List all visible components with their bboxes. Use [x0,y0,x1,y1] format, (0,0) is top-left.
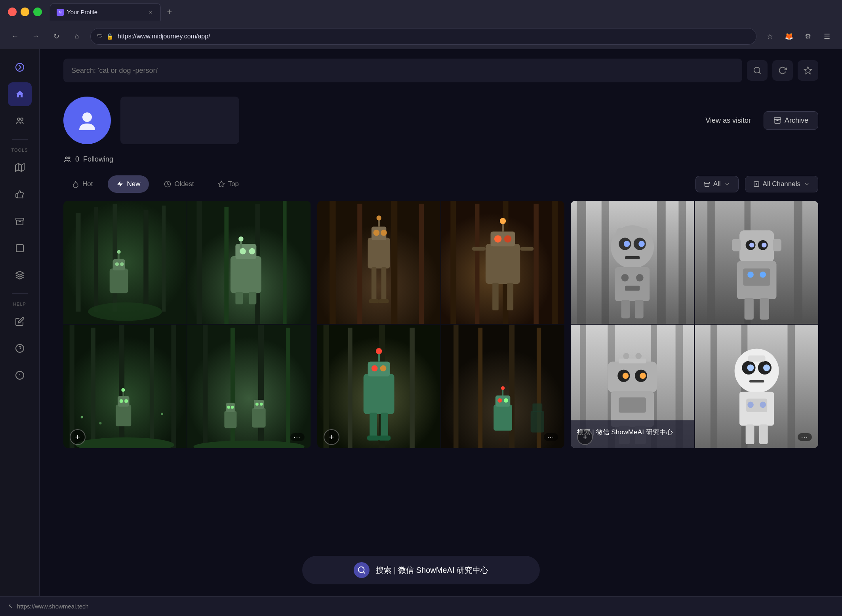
following-icon [63,156,71,164]
view-as-visitor-button[interactable]: View as visitor [699,113,757,128]
all-filter-dropdown[interactable]: All [695,176,739,192]
sidebar-item-likes[interactable] [8,183,32,206]
svg-point-40 [115,262,119,266]
image-quad-3-2 [695,201,818,324]
sidebar-item-expand[interactable] [8,55,32,79]
search-actions [747,60,818,81]
browser-window: M Your Profile × + ← → ↻ ⌂ 🛡 🔒 [0,0,842,49]
svg-rect-38 [110,268,128,293]
svg-rect-169 [794,201,802,324]
maximize-window-button[interactable] [33,8,42,16]
refresh-button[interactable]: ↻ [49,29,63,44]
search-input[interactable] [71,67,734,75]
magic-search-button[interactable] [798,60,818,81]
all-channels-label: All Channels [763,180,800,188]
sidebar-item-question[interactable] [8,337,32,360]
image-quad-2 [187,201,311,324]
watermark-icon [354,562,370,578]
card-1-add-button[interactable]: + [70,429,86,445]
address-bar-security-icons: 🛡 🔒 [97,33,114,40]
svg-rect-107 [533,204,538,324]
archive-button[interactable]: Archive [764,111,818,130]
filter-new-button[interactable]: New [108,175,149,193]
svg-rect-115 [472,247,486,251]
active-tab[interactable]: M Your Profile × [50,3,161,21]
back-button[interactable]: ← [8,29,22,44]
card-2-more-button[interactable]: ··· [544,433,558,441]
star-icon: ☆ [767,32,773,41]
svg-point-192 [640,373,646,379]
image-card-3[interactable]: 搜索 | 微信 ShowMeAI 研究中心 [571,201,818,448]
sidebar-item-brush[interactable] [8,263,32,287]
svg-rect-64 [116,405,131,426]
svg-rect-36 [143,210,148,312]
channels-dropdown-chevron-icon [804,181,810,187]
card-2-bottom-bar: + ··· [317,426,565,448]
svg-point-19 [82,112,92,122]
filter-top-button[interactable]: Top [209,175,248,193]
svg-point-179 [747,272,754,278]
sidebar-item-home[interactable] [8,82,32,106]
svg-point-210 [763,365,770,371]
image-card[interactable]: + ··· [63,201,311,448]
bookmark-button[interactable]: ☆ [763,29,777,44]
forward-button[interactable]: → [29,29,43,44]
home-nav-icon: ⌂ [75,32,79,40]
svg-rect-167 [707,201,715,324]
status-bar-arrow-icon: ↖ [8,603,13,610]
svg-point-81 [227,406,231,409]
url-display: https://www.midjourney.com/app/ [118,33,750,40]
svg-rect-100 [381,267,386,301]
sidebar-item-archive[interactable] [8,209,32,233]
svg-rect-163 [635,300,644,319]
image-card-2[interactable]: + ··· [317,201,565,448]
sidebar-item-frame[interactable] [8,236,32,260]
profile-section: View as visitor Archive [40,89,842,152]
svg-rect-193 [619,359,646,363]
firefox-monitor-button[interactable]: 🦊 [782,29,796,44]
svg-point-71 [81,416,83,418]
all-channels-dropdown[interactable]: All Channels [745,176,818,192]
close-tab-button[interactable]: × [147,9,154,16]
all-dropdown-chevron-icon [724,181,730,187]
minimize-window-button[interactable] [21,8,29,16]
archive-button-label: Archive [785,116,808,125]
card-1-more-button[interactable]: ··· [290,433,305,441]
svg-rect-101 [369,299,379,303]
svg-rect-124 [363,374,394,414]
gear-icon: ⚙ [805,32,811,41]
menu-button[interactable]: ☰ [820,29,834,44]
close-window-button[interactable] [8,8,17,16]
svg-point-66 [120,399,123,403]
card-2-add-button[interactable]: + [324,429,339,445]
sidebar-item-map[interactable] [8,156,32,179]
svg-rect-162 [621,300,630,319]
svg-rect-197 [619,397,646,413]
svg-rect-176 [773,239,781,251]
refresh-icon: ↻ [53,32,59,41]
card-3-more-button[interactable]: ··· [798,433,812,441]
sidebar-item-community[interactable] [8,109,32,133]
svg-rect-50 [231,256,261,293]
search-button[interactable] [747,60,768,81]
svg-point-55 [239,236,244,241]
filter-oldest-button[interactable]: Oldest [155,175,202,193]
profile-left [63,97,239,144]
app-layout: TOOLS [0,49,842,616]
svg-point-98 [376,215,381,220]
home-button[interactable]: ⌂ [70,29,84,44]
svg-point-4 [21,118,23,120]
card-1-bottom-bar: + ··· [63,426,311,448]
svg-rect-102 [379,299,389,303]
address-bar[interactable]: 🛡 🔒 https://www.midjourney.com/app/ [90,28,756,45]
card-3-add-button[interactable]: + [577,429,593,445]
sidebar-item-edit[interactable] [8,310,32,333]
filter-hot-button[interactable]: Hot [63,175,101,193]
settings-button[interactable]: ⚙ [801,29,815,44]
refresh-search-button[interactable] [772,60,793,81]
sidebar-item-info[interactable] [8,363,32,387]
new-tab-button[interactable]: + [162,5,177,19]
svg-rect-90 [357,204,362,324]
search-input-wrap[interactable] [63,59,742,82]
svg-point-3 [17,118,20,120]
